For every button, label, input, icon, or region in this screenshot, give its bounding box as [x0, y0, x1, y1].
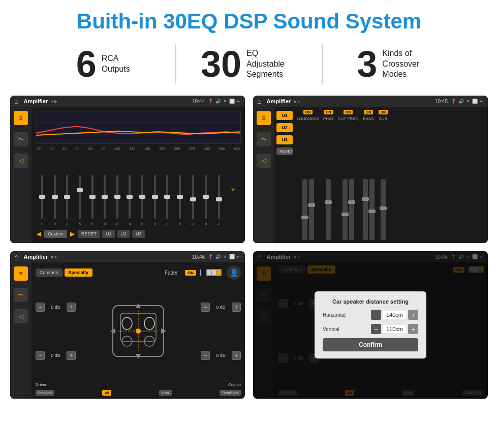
fader-eq-icon[interactable]: ≡ — [14, 266, 28, 281]
fader-wave-icon[interactable]: 〜 — [14, 288, 28, 302]
page-title: Buith-in 30EQ DSP Sound System — [0, 0, 498, 39]
rearright-button[interactable]: RearRight — [220, 390, 241, 396]
fader-status-bar: ⌂ Amplifier ■ ● 10:46 📍 🔊 ✕ ⬜ ↩ — [10, 251, 245, 262]
vol-rr-minus[interactable]: − — [201, 351, 210, 360]
back-icon[interactable]: ↩ — [237, 99, 241, 104]
vertical-label: Vertical — [323, 326, 339, 332]
eq-slider-3[interactable]: 0 — [66, 175, 68, 226]
user-button[interactable]: User — [159, 390, 172, 396]
vol-fl-minus[interactable]: − — [36, 303, 45, 312]
horizontal-plus-button[interactable]: + — [408, 310, 418, 320]
crossover-app-name: Amplifier — [266, 98, 291, 104]
eq-slider-5[interactable]: 0 — [91, 175, 94, 226]
window-icon: ⬜ — [229, 99, 235, 104]
crossover-home-icon[interactable]: ⌂ — [257, 97, 261, 105]
eq-slider-14[interactable]: 0 — [205, 175, 207, 226]
speaker-icon[interactable]: ◁ — [14, 154, 28, 168]
sub-label: SUB — [379, 116, 387, 121]
vol-row-fr: − 0 dB + — [201, 303, 241, 312]
crossover-wave-icon[interactable]: 〜 — [257, 132, 271, 146]
confirm-button[interactable]: Confirm — [323, 338, 418, 351]
u1-button[interactable]: U1 — [102, 230, 115, 238]
stat-eq: 30 EQ AdjustableSegments — [176, 46, 321, 82]
specialty-tab[interactable]: Specialty — [65, 268, 93, 277]
cutfreq-slider2[interactable] — [349, 179, 354, 240]
vol-rr-plus[interactable]: + — [232, 351, 241, 360]
vol-fr-plus[interactable]: + — [232, 303, 241, 312]
expand-icon[interactable]: » — [231, 185, 235, 193]
eq-slider-2[interactable]: 0 — [54, 175, 56, 226]
loudness-channel: ON LOUDNESS — [297, 110, 319, 240]
vertical-plus-button[interactable]: + — [408, 324, 418, 334]
eq-slider-11[interactable]: 0 — [166, 175, 168, 226]
eq-slider-15[interactable]: -1 — [217, 175, 221, 226]
horizontal-minus-button[interactable]: − — [371, 310, 381, 320]
u3-button[interactable]: U3 — [132, 230, 145, 238]
eq-slider-13[interactable]: -1 — [191, 175, 194, 226]
fader-left-sidebar: ≡ 〜 ◁ — [10, 262, 32, 399]
crossover-back-icon[interactable]: ↩ — [480, 99, 484, 104]
crossover-controls-area: ON LOUDNESS ON — [295, 107, 488, 243]
eq-slider-8[interactable]: 0 — [129, 175, 131, 226]
loudness-label: LOUDNESS — [297, 116, 319, 121]
vol-rl-plus[interactable]: + — [67, 351, 76, 360]
bass-slider1[interactable] — [363, 179, 368, 240]
eq-slider-1[interactable]: 0 — [41, 175, 43, 226]
cutfreq-on-badge: ON — [344, 110, 353, 114]
u2-sel-button[interactable]: U2 — [276, 123, 293, 132]
crossover-speaker-icon[interactable]: ◁ — [257, 154, 271, 168]
fader-volume-icon: 🔊 — [215, 254, 221, 259]
fader-screen: ⌂ Amplifier ■ ● 10:46 📍 🔊 ✕ ⬜ ↩ ≡ 〜 ◁ — [10, 251, 245, 399]
eq-status-bar: ⌂ Amplifier ● ▶ 10:44 📍 🔊 ✕ ⬜ ↩ — [10, 96, 245, 107]
eq-slider-4[interactable]: 5 — [79, 175, 81, 226]
phat-slider[interactable] — [326, 179, 331, 240]
fader-back-icon[interactable]: ↩ — [237, 254, 241, 259]
sub-slider[interactable] — [381, 179, 386, 240]
crossover-reset-button[interactable]: RESET — [276, 147, 293, 155]
reset-button[interactable]: RESET — [78, 230, 100, 238]
eq-slider-10[interactable]: 0 — [154, 175, 156, 226]
u2-button[interactable]: U2 — [117, 230, 131, 238]
rearleft-button[interactable]: RearLeft — [36, 390, 54, 396]
loudness-slider2[interactable] — [309, 179, 314, 240]
stats-row: 6 RCAOutputs 30 EQ AdjustableSegments 3 … — [0, 39, 498, 92]
custom-preset-button[interactable]: Custom — [44, 230, 67, 238]
eq-screen: ⌂ Amplifier ● ▶ 10:44 📍 🔊 ✕ ⬜ ↩ ≡ 〜 ◁ — [10, 96, 245, 243]
vol-rl-minus[interactable]: − — [36, 351, 45, 360]
fader-dot-icons: ■ ● — [51, 255, 57, 259]
cutfreq-slider1[interactable] — [343, 179, 348, 240]
prev-button[interactable]: ◀ — [36, 229, 42, 239]
wave-icon[interactable]: 〜 — [14, 132, 28, 146]
volume-icon: 🔊 — [215, 99, 221, 104]
vol-fr-minus[interactable]: − — [201, 303, 210, 312]
screenshots-grid: ⌂ Amplifier ● ▶ 10:44 📍 🔊 ✕ ⬜ ↩ ≡ 〜 ◁ — [0, 92, 498, 407]
u3-sel-button[interactable]: U3 — [276, 135, 293, 144]
all-button[interactable]: All — [102, 390, 111, 396]
eq-sliders: 0 0 0 5 0 — [36, 153, 241, 226]
eq-icon[interactable]: ≡ — [14, 111, 28, 125]
crossover-left-sidebar: ≡ 〜 ◁ — [253, 107, 274, 243]
fader-speaker-icon[interactable]: ◁ — [14, 309, 28, 323]
vol-fl-plus[interactable]: + — [67, 303, 76, 312]
fader-close-icon: ✕ — [223, 254, 227, 259]
horizontal-label: Horizontal — [323, 312, 346, 318]
eq-slider-7[interactable]: 0 — [116, 175, 118, 226]
fader-home-icon[interactable]: ⌂ — [14, 253, 18, 261]
common-tab[interactable]: Common — [36, 268, 63, 277]
home-icon[interactable]: ⌂ — [14, 97, 18, 105]
vol-rr-value: 0 dB — [212, 353, 230, 358]
u1-sel-button[interactable]: U1 — [276, 111, 293, 120]
vertical-minus-button[interactable]: − — [371, 324, 381, 334]
eq-left-sidebar: ≡ 〜 ◁ — [10, 107, 32, 243]
crossover-eq-icon[interactable]: ≡ — [257, 111, 271, 125]
eq-slider-6[interactable]: 0 — [104, 175, 106, 226]
profile-icon[interactable]: 👤 — [227, 265, 241, 280]
bass-label: BASS — [363, 116, 374, 121]
bass-slider2[interactable] — [369, 179, 375, 240]
eq-slider-12[interactable]: 0 — [179, 175, 181, 226]
eq-slider-9[interactable]: 0 — [141, 175, 143, 226]
loudness-slider1[interactable] — [302, 179, 307, 240]
play-button[interactable]: ▶ — [69, 229, 76, 239]
svg-point-11 — [136, 328, 141, 334]
close-icon: ✕ — [223, 99, 227, 104]
